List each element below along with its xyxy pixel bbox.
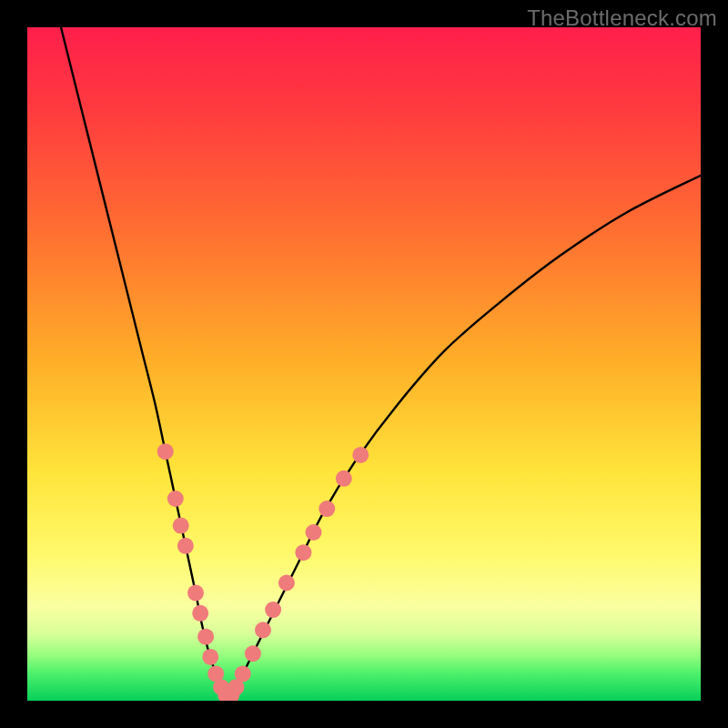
- bead: [278, 575, 295, 592]
- bead: [235, 665, 251, 682]
- bead: [177, 538, 194, 554]
- bead: [173, 518, 189, 534]
- bead: [265, 602, 281, 618]
- bead: [318, 500, 335, 517]
- right-branch-line: [226, 176, 701, 701]
- bead: [306, 524, 322, 541]
- bead: [255, 622, 271, 638]
- bead: [192, 605, 208, 622]
- plot-area: [27, 27, 701, 701]
- bead: [295, 544, 311, 561]
- bead: [167, 490, 184, 507]
- bead: [336, 470, 352, 487]
- curve-layer: [27, 27, 701, 701]
- bead: [202, 649, 218, 665]
- bead: [197, 629, 214, 645]
- left-branch-line: [61, 27, 226, 701]
- chart-frame: TheBottleneck.com: [0, 0, 728, 728]
- highlight-beads: [157, 443, 369, 701]
- bead: [187, 585, 204, 602]
- watermark-text: TheBottleneck.com: [527, 5, 717, 31]
- bead: [157, 443, 174, 460]
- bead: [245, 645, 261, 662]
- bead: [352, 447, 369, 463]
